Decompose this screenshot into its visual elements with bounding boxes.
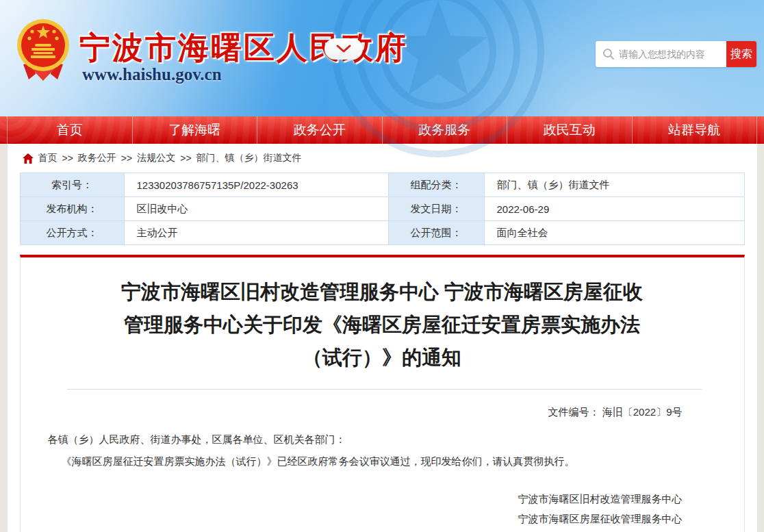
- breadcrumb-item-regulations[interactable]: 法规公文: [137, 152, 175, 164]
- search-input[interactable]: [619, 41, 726, 67]
- banner-dropdown-button[interactable]: [324, 38, 363, 60]
- home-icon: [23, 153, 34, 164]
- signature-org-line: 宁波市海曙区房屋征收管理服务中心: [21, 509, 683, 529]
- table-row: 公开方式： 主动公开 公开范围： 面向全社会: [20, 221, 744, 245]
- article-paragraph: 《海曙区房屋征迁安置房票实施办法（试行）》已经区政府常务会议审议通过，现印发给你…: [21, 452, 744, 471]
- nav-item-site-group[interactable]: 站群导航: [633, 116, 758, 144]
- national-emblem: [12, 16, 74, 88]
- breadcrumb-separator: >>: [62, 153, 73, 164]
- nav-item-services[interactable]: 政务服务: [383, 116, 508, 144]
- nav-item-gov-info[interactable]: 政务公开: [257, 116, 383, 144]
- title-divider: [67, 389, 702, 390]
- meta-label-issuing-org: 发布机构：: [20, 197, 124, 221]
- nav-item-home[interactable]: 首页: [7, 116, 133, 144]
- search-box: 搜索: [596, 41, 756, 67]
- table-row: 索引号： 12330203786757135P/2022-30263 组配分类：…: [20, 173, 744, 197]
- meta-label-issue-date: 发文日期：: [388, 197, 484, 221]
- breadcrumb: 首页>>政务公开>>法规公文>>部门、镇（乡）街道文件: [8, 144, 757, 173]
- breadcrumb-item-home[interactable]: 首页: [38, 152, 58, 164]
- meta-label-category: 组配分类：: [388, 173, 484, 197]
- signature-org-line: 宁波市海曙区旧村改造管理服务中心: [21, 489, 683, 509]
- page-title: 宁波市海曙区旧村改造管理服务中心 宁波市海曙区房屋征收管理服务中心关于印发《海曙…: [112, 275, 652, 374]
- nav-item-about[interactable]: 了解海曙: [133, 116, 258, 144]
- meta-label-disclosure-scope: 公开范围：: [388, 221, 484, 245]
- nav-item-interaction[interactable]: 政民互动: [507, 116, 633, 144]
- document-meta-table: 索引号： 12330203786757135P/2022-30263 组配分类：…: [20, 173, 745, 245]
- article-body: 各镇（乡）人民政府、街道办事处，区属各单位、区机关各部门： 《海曙区房屋征迁安置…: [21, 430, 744, 471]
- search-button[interactable]: 搜索: [726, 41, 756, 67]
- breadcrumb-item-current[interactable]: 部门、镇（乡）街道文件: [196, 152, 302, 164]
- meta-value-disclosure-method: 主动公开: [124, 221, 388, 245]
- site-url: www.haishu.gov.cn: [82, 65, 222, 84]
- signature-date: 2022年6月29日: [21, 529, 683, 532]
- doc-number: 文件编号： 海旧〔2022〕9号: [21, 406, 744, 419]
- meta-value-disclosure-scope: 面向全社会: [484, 221, 744, 245]
- search-icon: [602, 48, 615, 60]
- chevron-down-icon: [336, 45, 351, 53]
- article-card: 宁波市海曙区旧村改造管理服务中心 宁波市海曙区房屋征收管理服务中心关于印发《海曙…: [20, 255, 745, 532]
- breadcrumb-item-gov-info[interactable]: 政务公开: [78, 152, 116, 164]
- meta-value-category: 部门、镇（乡）街道文件: [484, 173, 744, 197]
- meta-value-index-no: 12330203786757135P/2022-30263: [124, 173, 388, 197]
- meta-value-issue-date: 2022-06-29: [484, 197, 744, 221]
- main-nav: 首页 了解海曙 政务公开 政务服务 政民互动 站群导航: [0, 116, 764, 144]
- signature-block: 宁波市海曙区旧村改造管理服务中心 宁波市海曙区房屋征收管理服务中心 2022年6…: [21, 489, 744, 532]
- meta-label-disclosure-method: 公开方式：: [20, 221, 124, 245]
- meta-label-index-no: 索引号：: [20, 173, 124, 197]
- page-container: 首页>>政务公开>>法规公文>>部门、镇（乡）街道文件 索引号： 1233020…: [8, 144, 757, 532]
- article-paragraph: 各镇（乡）人民政府、街道办事处，区属各单位、区机关各部门：: [21, 430, 744, 449]
- site-banner: 宁波市海曙区人民政府 www.haishu.gov.cn 搜索: [0, 0, 764, 116]
- breadcrumb-separator: >>: [180, 153, 191, 164]
- breadcrumb-separator: >>: [121, 153, 132, 164]
- table-row: 发布机构： 区旧改中心 发文日期： 2022-06-29: [20, 197, 744, 221]
- meta-value-issuing-org: 区旧改中心: [124, 197, 388, 221]
